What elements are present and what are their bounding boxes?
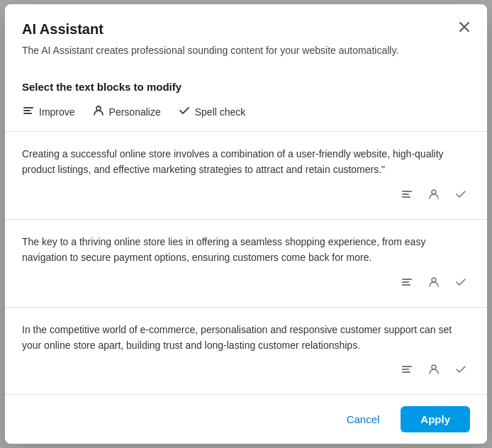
svg-point-15 [432, 365, 436, 369]
block-2-personalize-button[interactable] [425, 274, 443, 293]
text-block-1-actions [22, 186, 470, 211]
block-2-spellcheck-button[interactable] [452, 274, 470, 293]
svg-rect-8 [402, 279, 412, 280]
block-1-spellcheck-button[interactable] [452, 186, 470, 205]
personalize-icon [92, 104, 105, 120]
block-3-improve-icon [401, 363, 413, 376]
personalize-icon-svg [92, 104, 105, 117]
improve-label: Improve [39, 106, 75, 118]
svg-rect-2 [23, 113, 32, 114]
svg-rect-6 [402, 196, 410, 198]
text-block-2-content: The key to a thriving online store lies … [22, 234, 470, 266]
block-spellcheck-icon [454, 188, 467, 201]
improve-icon [22, 104, 35, 120]
spell-check-label: Spell check [195, 106, 246, 118]
text-block-3-content: In the competitive world of e-commerce, … [22, 322, 470, 354]
block-3-spellcheck-button[interactable] [452, 362, 470, 380]
modal-footer: Cancel Apply [5, 394, 487, 444]
block-1-personalize-button[interactable] [425, 186, 443, 205]
personalize-button[interactable]: Personalize [92, 101, 161, 123]
modal-description: The AI Assistant creates professional so… [22, 43, 470, 58]
modal-header: AI Assistant The AI Assistant creates pr… [5, 4, 487, 69]
section-label: Select the text blocks to modify [5, 69, 487, 101]
block-3-improve-button[interactable] [398, 362, 416, 380]
text-block-2-actions [22, 274, 470, 298]
improve-icon-svg [22, 104, 35, 117]
block-improve-icon [401, 188, 413, 201]
text-block-1-content: Creating a successful online store invol… [22, 146, 470, 178]
svg-rect-13 [402, 369, 409, 370]
text-block-3: In the competitive world of e-commerce, … [5, 308, 487, 394]
close-icon [459, 21, 470, 33]
svg-rect-9 [402, 281, 409, 283]
svg-rect-5 [402, 194, 409, 195]
cancel-button[interactable]: Cancel [334, 406, 393, 432]
svg-rect-12 [402, 366, 412, 367]
svg-point-7 [432, 190, 436, 194]
spell-check-icon [178, 104, 191, 120]
close-button[interactable] [456, 18, 473, 38]
svg-rect-4 [402, 191, 412, 192]
personalize-label: Personalize [109, 106, 161, 118]
text-block-3-actions [22, 362, 470, 386]
svg-rect-10 [402, 284, 410, 286]
content-area: Creating a successful online store invol… [5, 132, 487, 394]
svg-rect-14 [402, 371, 410, 373]
modal-title: AI Assistant [22, 21, 470, 38]
block-3-personalize-icon [427, 363, 440, 376]
block-2-improve-icon [401, 276, 413, 289]
block-2-spellcheck-icon [454, 276, 467, 289]
improve-button[interactable]: Improve [22, 101, 75, 123]
modal-overlay: AI Assistant The AI Assistant creates pr… [0, 0, 492, 448]
svg-point-11 [432, 278, 436, 282]
block-3-spellcheck-icon [454, 363, 467, 376]
spellcheck-icon-svg [178, 104, 191, 117]
global-action-bar: Improve Personalize Spell check [5, 101, 487, 132]
svg-rect-1 [23, 110, 30, 111]
block-1-improve-button[interactable] [398, 186, 416, 205]
block-2-improve-button[interactable] [398, 274, 416, 293]
apply-button[interactable]: Apply [401, 406, 470, 432]
spell-check-button[interactable]: Spell check [178, 101, 246, 123]
block-2-personalize-icon [427, 276, 440, 289]
ai-assistant-modal: AI Assistant The AI Assistant creates pr… [5, 4, 487, 444]
block-3-personalize-button[interactable] [425, 362, 443, 380]
block-personalize-icon [427, 188, 440, 201]
text-block-1: Creating a successful online store invol… [5, 132, 487, 220]
text-block-2: The key to a thriving online store lies … [5, 220, 487, 308]
svg-rect-0 [23, 107, 33, 108]
